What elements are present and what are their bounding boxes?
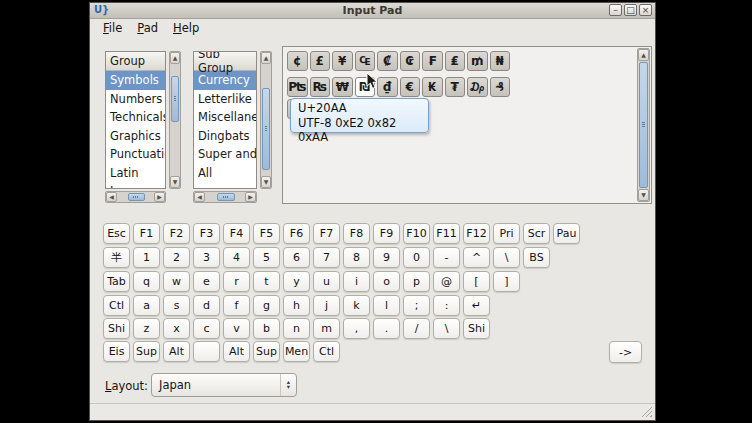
char-key[interactable]: ₡ <box>377 51 398 71</box>
key[interactable]: F12 <box>463 223 490 244</box>
key[interactable]: \ <box>493 247 520 268</box>
scroll-right-icon[interactable]: ▶ <box>154 192 165 202</box>
char-key[interactable]: £ <box>310 51 331 71</box>
key[interactable]: p <box>403 271 430 292</box>
group-item[interactable]: Latin <box>106 164 165 183</box>
key[interactable]: Tab <box>103 271 130 292</box>
key[interactable]: Esc <box>103 223 130 244</box>
key[interactable]: w <box>163 271 190 292</box>
next-page-button[interactable]: -> <box>609 341 642 363</box>
key[interactable]: l <box>373 295 400 316</box>
key[interactable]: h <box>283 295 310 316</box>
key[interactable]: F4 <box>223 223 250 244</box>
key[interactable]: Alt <box>223 341 250 362</box>
key[interactable]: 5 <box>253 247 280 268</box>
titlebar[interactable]: U} Input Pad – □ × <box>90 3 655 19</box>
scroll-down-icon[interactable]: ▼ <box>170 176 180 188</box>
key[interactable]: : <box>433 295 460 316</box>
key[interactable]: n <box>283 318 310 339</box>
char-key[interactable]: ₢ <box>400 51 421 71</box>
key[interactable]: F8 <box>343 223 370 244</box>
char-key[interactable]: ₩ <box>332 77 353 97</box>
group-item[interactable]: Numbers <box>106 90 165 109</box>
key[interactable]: Ctl <box>313 341 340 362</box>
key[interactable]: j <box>313 295 340 316</box>
key[interactable]: F9 <box>373 223 400 244</box>
key[interactable]: 9 <box>373 247 400 268</box>
char-key[interactable]: ¥ <box>332 51 353 71</box>
scroll-down-icon[interactable]: ▼ <box>261 176 271 188</box>
key[interactable]: Men <box>283 341 310 362</box>
menu-file[interactable]: File <box>100 20 125 36</box>
scroll-up-icon[interactable]: ▲ <box>261 52 271 64</box>
key[interactable]: g <box>253 295 280 316</box>
key[interactable]: / <box>403 318 430 339</box>
char-key[interactable]: € <box>400 77 421 97</box>
key[interactable]: r <box>223 271 250 292</box>
char-key[interactable]: ₯ <box>467 77 488 97</box>
key[interactable]: @ <box>433 271 460 292</box>
group-item[interactable]: Technicals <box>106 108 165 127</box>
key[interactable]: e <box>193 271 220 292</box>
group-hscroll-thumb[interactable] <box>128 193 145 201</box>
charpad-vscroll-thumb[interactable] <box>639 62 648 188</box>
key[interactable]: Sup <box>133 341 160 362</box>
key[interactable]: z <box>133 318 160 339</box>
key[interactable]: ] <box>493 271 520 292</box>
key[interactable]: ; <box>403 295 430 316</box>
char-key[interactable]: ₨ <box>310 77 331 97</box>
group-item[interactable]: Symbols <box>106 71 165 90</box>
key[interactable]: Alt <box>163 341 190 362</box>
key[interactable]: 1 <box>133 247 160 268</box>
key[interactable]: Scr <box>523 223 550 244</box>
key[interactable]: d <box>193 295 220 316</box>
key[interactable]: 4 <box>223 247 250 268</box>
minimize-button[interactable]: – <box>609 4 622 16</box>
char-key[interactable]: ₥ <box>467 51 488 71</box>
key[interactable]: f <box>223 295 250 316</box>
subgroup-item[interactable]: Letterlike <box>194 90 256 109</box>
key[interactable]: Pri <box>493 223 520 244</box>
key[interactable]: x <box>163 318 190 339</box>
key[interactable]: 0 <box>403 247 430 268</box>
key[interactable]: o <box>373 271 400 292</box>
subgroup-horizontal-scrollbar[interactable]: ◀ ▶ <box>193 191 257 203</box>
subgroup-item[interactable]: Miscellaneo <box>194 108 256 127</box>
key[interactable]: F6 <box>283 223 310 244</box>
key[interactable]: 2 <box>163 247 190 268</box>
char-key[interactable]: ₮ <box>445 77 466 97</box>
subgroup-item[interactable]: All <box>194 164 256 183</box>
char-key[interactable]: ₫ <box>377 77 398 97</box>
char-key[interactable]: ₧ <box>287 77 308 97</box>
resize-grip[interactable] <box>641 406 652 417</box>
key[interactable]: t <box>253 271 280 292</box>
key[interactable]: i <box>343 271 370 292</box>
key[interactable]: v <box>223 318 250 339</box>
scroll-up-icon[interactable]: ▲ <box>170 52 180 64</box>
key[interactable]: c <box>193 318 220 339</box>
key[interactable]: F2 <box>163 223 190 244</box>
key[interactable]: Shi <box>103 318 130 339</box>
charpad-vertical-scrollbar[interactable]: ▲ ▼ <box>637 48 650 202</box>
key[interactable]: \ <box>433 318 460 339</box>
key[interactable]: F11 <box>433 223 460 244</box>
scroll-up-icon[interactable]: ▲ <box>638 49 649 61</box>
maximize-button[interactable]: □ <box>624 4 637 16</box>
char-key[interactable]: ₠ <box>355 51 376 71</box>
key[interactable]: F7 <box>313 223 340 244</box>
menu-help[interactable]: Help <box>170 20 202 36</box>
key[interactable]: k <box>343 295 370 316</box>
key[interactable]: 半 <box>103 247 130 268</box>
key[interactable]: Ctl <box>103 295 130 316</box>
key[interactable]: ↵ <box>463 295 490 316</box>
key[interactable]: a <box>133 295 160 316</box>
key[interactable]: Shi <box>463 318 490 339</box>
subgroup-vscroll-thumb[interactable] <box>262 88 270 170</box>
group-vertical-scrollbar[interactable]: ▲ ▼ <box>169 51 181 189</box>
subgroup-item[interactable]: Currency <box>194 71 256 90</box>
group-item[interactable]: Graphics <box>106 127 165 146</box>
key[interactable]: Pau <box>553 223 580 244</box>
key[interactable]: F3 <box>193 223 220 244</box>
subgroup-vertical-scrollbar[interactable]: ▲ ▼ <box>260 51 272 189</box>
key[interactable]: Eis <box>103 341 130 362</box>
